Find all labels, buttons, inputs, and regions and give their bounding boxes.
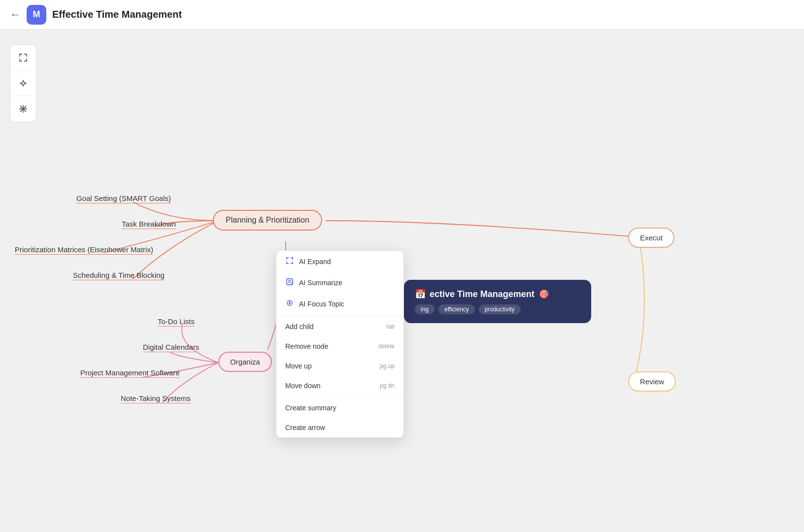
scheduling-node[interactable]: Scheduling & Time Blocking xyxy=(73,271,165,279)
svg-point-13 xyxy=(289,302,291,304)
context-menu-ai-focus[interactable]: AI Focus Topic xyxy=(276,293,403,314)
planning-node[interactable]: Planning & Prioritization xyxy=(213,210,322,231)
tag-planning: ing xyxy=(415,304,435,314)
project-management-node[interactable]: Project Management Software xyxy=(80,368,180,377)
execution-node-label[interactable]: Execut xyxy=(628,228,674,248)
info-card-title: 📅 ective Time Management 🎯 xyxy=(415,289,580,299)
svg-point-0 xyxy=(22,82,25,85)
context-menu-ai-expand[interactable]: AI Expand xyxy=(276,251,403,272)
tag-productivity: productivity xyxy=(479,304,521,314)
info-card: 📅 ective Time Management 🎯 ing efficienc… xyxy=(404,280,591,323)
info-card-tags: ing efficiency productivity xyxy=(415,304,580,314)
context-menu-remove-node[interactable]: Remove node delete xyxy=(276,336,403,356)
back-button[interactable]: ← xyxy=(10,8,21,21)
review-node[interactable]: Review xyxy=(628,371,676,392)
execution-node[interactable]: Execut xyxy=(628,228,674,248)
menu-divider-1 xyxy=(276,315,403,316)
planning-node-label[interactable]: Planning & Prioritization xyxy=(213,210,322,231)
canvas: Planning & Prioritization Goal Setting (… xyxy=(0,30,804,532)
context-menu-add-child[interactable]: Add child tab xyxy=(276,317,403,336)
context-menu-move-down[interactable]: Move down pg dn xyxy=(276,376,403,396)
prioritization-matrices-node[interactable]: Prioritization Matrices (Eisenhower Matr… xyxy=(15,245,153,254)
context-menu-create-arrow[interactable]: Create arrow xyxy=(276,418,403,437)
todo-lists-node[interactable]: To-Do Lists xyxy=(158,317,195,326)
remove-node-shortcut: delete xyxy=(378,343,395,350)
ai-summarize-icon xyxy=(285,278,294,287)
ai-focus-icon xyxy=(285,299,294,308)
add-child-label: Add child xyxy=(285,323,314,331)
remove-node-label: Remove node xyxy=(285,342,328,350)
organiza-node-label[interactable]: Organiza xyxy=(218,352,272,372)
note-taking-node[interactable]: Note-Taking Systems xyxy=(121,394,191,402)
toolbar xyxy=(10,44,36,122)
header: ← M Effective Time Management xyxy=(0,0,804,30)
ai-focus-label: AI Focus Topic xyxy=(299,300,344,308)
page-title: Effective Time Management xyxy=(52,9,182,20)
menu-divider-2 xyxy=(276,397,403,397)
context-menu-ai-summarize[interactable]: AI Summarize xyxy=(276,272,403,293)
move-down-shortcut: pg dn xyxy=(380,382,395,389)
context-menu: AI Expand AI Summarize xyxy=(276,250,404,438)
logo: M xyxy=(27,5,46,25)
ai-summarize-label: AI Summarize xyxy=(299,279,342,287)
ai-expand-icon xyxy=(285,257,294,266)
share-button[interactable] xyxy=(10,70,36,96)
task-breakdown-node[interactable]: Task Breakdown xyxy=(122,220,176,228)
review-node-label[interactable]: Review xyxy=(628,371,676,392)
move-down-label: Move down xyxy=(285,382,321,390)
digital-calendars-node[interactable]: Digital Calendars xyxy=(143,343,199,351)
ai-expand-label: AI Expand xyxy=(299,258,331,266)
add-child-shortcut: tab xyxy=(386,323,395,330)
goal-setting-node[interactable]: Goal Setting (SMART Goals) xyxy=(76,194,171,202)
context-menu-create-summary[interactable]: Create summary xyxy=(276,398,403,418)
move-up-shortcut: pg up xyxy=(380,363,395,369)
create-summary-label: Create summary xyxy=(285,404,336,412)
organiza-node[interactable]: Organiza xyxy=(218,352,272,372)
create-arrow-label: Create arrow xyxy=(285,424,325,432)
fit-view-button[interactable] xyxy=(10,45,36,70)
more-button[interactable] xyxy=(10,96,36,122)
context-menu-move-up[interactable]: Move up pg up xyxy=(276,356,403,376)
tag-efficiency: efficiency xyxy=(438,304,475,314)
move-up-label: Move up xyxy=(285,362,312,370)
